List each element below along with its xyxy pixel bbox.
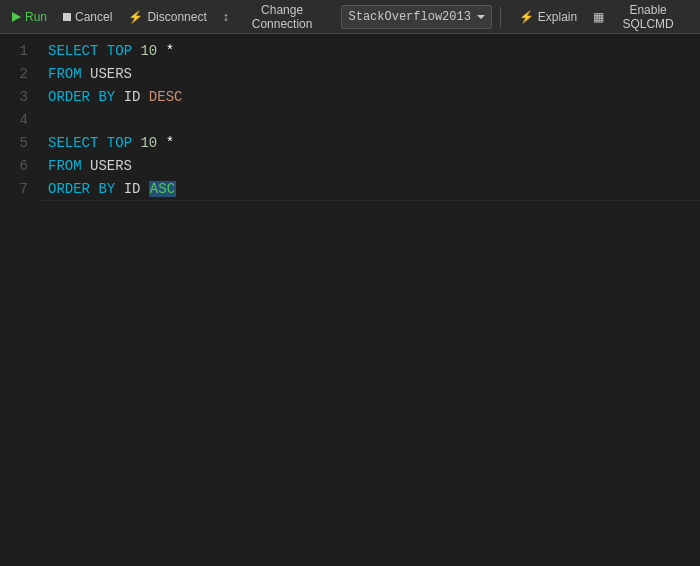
line-numbers: 1 2 3 4 5 6 7 bbox=[0, 40, 40, 566]
disconnect-button[interactable]: ⚡ Disconnect bbox=[122, 3, 212, 31]
cancel-button[interactable]: Cancel bbox=[57, 3, 118, 31]
asc-highlight: ASC bbox=[149, 181, 176, 197]
explain-button[interactable]: ⚡ Explain bbox=[513, 3, 583, 31]
code-line-4 bbox=[48, 109, 692, 132]
line-number-6: 6 bbox=[8, 155, 28, 178]
connection-name: StackOverflow2013 bbox=[348, 10, 470, 24]
toolbar-right: ⚡ Explain ▦ Enable SQLCMD bbox=[513, 3, 694, 31]
editor: 1 2 3 4 5 6 7 SELECT TOP 10 * FROM USERS… bbox=[0, 34, 700, 566]
run-icon bbox=[12, 12, 21, 22]
disconnect-label: Disconnect bbox=[147, 10, 206, 24]
change-connection-icon: ↕ bbox=[223, 10, 229, 24]
connection-dropdown[interactable]: StackOverflow2013 bbox=[341, 5, 491, 29]
code-line-7: ORDER BY ID ASC bbox=[48, 178, 692, 201]
change-connection-button[interactable]: ↕ Change Connection bbox=[217, 3, 338, 31]
toolbar-separator bbox=[500, 7, 501, 27]
explain-label: Explain bbox=[538, 10, 577, 24]
line-number-1: 1 bbox=[8, 40, 28, 63]
enable-sqlcmd-button[interactable]: ▦ Enable SQLCMD bbox=[587, 3, 694, 31]
code-line-2: FROM USERS bbox=[48, 63, 692, 86]
code-content[interactable]: SELECT TOP 10 * FROM USERS ORDER BY ID D… bbox=[40, 40, 700, 566]
line-number-7: 7 bbox=[8, 178, 28, 201]
explain-icon: ⚡ bbox=[519, 10, 534, 24]
change-connection-label: Change Connection bbox=[233, 3, 332, 31]
cancel-label: Cancel bbox=[75, 10, 112, 24]
code-line-1: SELECT TOP 10 * bbox=[48, 40, 692, 63]
sqlcmd-icon: ▦ bbox=[593, 10, 604, 24]
dropdown-arrow-icon bbox=[477, 15, 485, 19]
sqlcmd-label: Enable SQLCMD bbox=[608, 3, 688, 31]
code-line-3: ORDER BY ID DESC bbox=[48, 86, 692, 109]
line-number-5: 5 bbox=[8, 132, 28, 155]
toolbar: Run Cancel ⚡ Disconnect ↕ Change Connect… bbox=[0, 0, 700, 34]
code-line-5: SELECT TOP 10 * bbox=[48, 132, 692, 155]
run-label: Run bbox=[25, 10, 47, 24]
run-button[interactable]: Run bbox=[6, 3, 53, 31]
line-number-2: 2 bbox=[8, 63, 28, 86]
code-line-6: FROM USERS bbox=[48, 155, 692, 178]
stop-icon bbox=[63, 13, 71, 21]
disconnect-icon: ⚡ bbox=[128, 10, 143, 24]
line-number-3: 3 bbox=[8, 86, 28, 109]
line-number-4: 4 bbox=[8, 109, 28, 132]
